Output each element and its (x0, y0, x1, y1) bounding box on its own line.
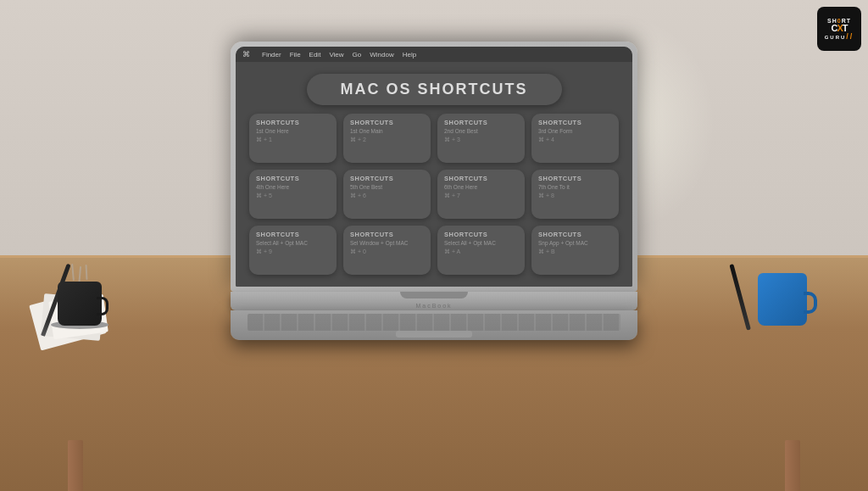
shortcut-card-6[interactable]: SHORTCUTS6th One Here⌘ + 7 (437, 170, 525, 219)
shortcut-sub-10: Select All + Opt MAC (444, 240, 496, 247)
macos-menubar: ⌘ Finder File Edit View Go Window Help (236, 47, 632, 62)
shortcut-card-10[interactable]: SHORTCUTSSelect All + Opt MAC⌘ + A (437, 226, 525, 275)
shortcut-sub-11: Snp App + Opt MAC (538, 240, 588, 247)
coffee-mug-left (49, 271, 108, 326)
shortcuts-grid: SHORTCUTS1st One Here⌘ + 1SHORTCUTS1st O… (249, 114, 619, 275)
screen-content: MAC OS SHORTCUTS SHORTCUTS1st One Here⌘ … (236, 62, 632, 287)
shortcut-sub-1: 1st One Main (350, 128, 383, 135)
shortcut-title-9: SHORTCUTS (350, 231, 393, 238)
menu-window[interactable]: Window (370, 51, 393, 59)
shortcut-title-2: SHORTCUTS (444, 119, 487, 126)
shortcut-key-8: ⌘ + 9 (256, 248, 272, 255)
shortcut-sub-5: 5th One Best (350, 184, 382, 191)
touchpad (396, 331, 472, 338)
shortcut-card-3[interactable]: SHORTCUTS3rd One Form⌘ + 4 (531, 114, 619, 163)
mug-body (58, 282, 102, 326)
steam-line-1 (71, 264, 75, 281)
shortcut-card-4[interactable]: SHORTCUTS4th One Here⌘ + 5 (249, 170, 337, 219)
shortcut-sub-9: Sel Window + Opt MAC (350, 240, 408, 247)
shortcut-title-10: SHORTCUTS (444, 231, 487, 238)
mug-right-handle (804, 292, 817, 314)
shortcut-key-6: ⌘ + 7 (444, 192, 460, 199)
shortcut-key-0: ⌘ + 1 (256, 137, 272, 143)
shortcut-card-0[interactable]: SHORTCUTS1st One Here⌘ + 1 (249, 114, 337, 163)
shortcut-card-7[interactable]: SHORTCUTS7th One To it⌘ + 8 (531, 170, 619, 219)
laptop: ⌘ Finder File Edit View Go Window Help M… (231, 42, 637, 340)
shortcut-key-5: ⌘ + 6 (350, 192, 366, 199)
shortcut-key-1: ⌘ + 2 (350, 137, 366, 143)
coffee-mug-right (754, 262, 817, 326)
shortcut-card-2[interactable]: SHORTCUTS2nd One Best⌘ + 3 (437, 114, 525, 163)
mug-right-body (758, 273, 807, 326)
shortcut-key-11: ⌘ + B (538, 248, 555, 255)
shortcut-card-5[interactable]: SHORTCUTS5th One Best⌘ + 6 (343, 170, 431, 219)
shortcut-card-11[interactable]: SHORTCUTSSnp App + Opt MAC⌘ + B (531, 226, 619, 275)
shortcut-title-7: SHORTCUTS (538, 175, 581, 182)
shortcut-card-9[interactable]: SHORTCUTSSel Window + Opt MAC⌘ + 0 (343, 226, 431, 275)
shortcut-title-6: SHORTCUTS (444, 175, 487, 182)
mug-handle (97, 297, 108, 315)
keyboard-keys (248, 314, 620, 331)
laptop-keyboard (231, 310, 637, 340)
shortcut-key-10: ⌘ + A (444, 248, 460, 255)
desk-leg-right (785, 440, 800, 491)
shortcut-key-7: ⌘ + 8 (538, 192, 554, 199)
shortcut-title-8: SHORTCUTS (256, 231, 299, 238)
menu-edit[interactable]: Edit (309, 51, 321, 59)
shortcut-title-0: SHORTCUTS (256, 119, 299, 126)
shortcut-sub-6: 6th One Here (444, 184, 477, 191)
menu-help[interactable]: Help (403, 51, 416, 59)
apple-menu-icon[interactable]: ⌘ (242, 50, 250, 59)
laptop-base: MacBook (231, 292, 637, 310)
shortcut-title-1: SHORTCUTS (350, 119, 393, 126)
menu-view[interactable]: View (329, 51, 343, 59)
shortcut-key-4: ⌘ + 5 (256, 192, 272, 199)
shortcut-key-2: ⌘ + 3 (444, 137, 460, 143)
logo-badge: SH0RT CXT GURU// (817, 7, 861, 51)
menu-go[interactable]: Go (353, 51, 362, 59)
shortcut-card-1[interactable]: SHORTCUTS1st One Main⌘ + 2 (343, 114, 431, 163)
shortcut-title-11: SHORTCUTS (538, 231, 581, 238)
shortcut-sub-7: 7th One To it (538, 184, 570, 191)
shortcut-title-5: SHORTCUTS (350, 175, 393, 182)
shortcut-title-4: SHORTCUTS (256, 175, 299, 182)
menu-file[interactable]: File (290, 51, 301, 59)
laptop-notch (400, 292, 468, 299)
shortcut-sub-4: 4th One Here (256, 184, 289, 191)
shortcut-sub-3: 3rd One Form (538, 128, 572, 135)
screen-title: MAC OS SHORTCUTS (307, 74, 562, 105)
logo-text-2: CXT (831, 24, 847, 33)
shortcut-title-3: SHORTCUTS (538, 119, 581, 126)
desk-leg-left (68, 440, 83, 491)
shortcut-card-8[interactable]: SHORTCUTSSelect All + Opt MAC⌘ + 9 (249, 226, 337, 275)
shortcut-key-3: ⌘ + 4 (538, 137, 554, 143)
shortcut-sub-2: 2nd One Best (444, 128, 478, 135)
laptop-brand: MacBook (415, 303, 452, 309)
shortcut-sub-8: Select All + Opt MAC (256, 240, 308, 247)
menu-finder[interactable]: Finder (262, 51, 281, 59)
shortcut-key-9: ⌘ + 0 (350, 248, 366, 255)
shortcut-sub-0: 1st One Here (256, 128, 289, 135)
logo-text-3: GURU// (825, 33, 854, 41)
laptop-screen-outer: ⌘ Finder File Edit View Go Window Help M… (231, 42, 637, 292)
laptop-screen: ⌘ Finder File Edit View Go Window Help M… (236, 47, 632, 287)
